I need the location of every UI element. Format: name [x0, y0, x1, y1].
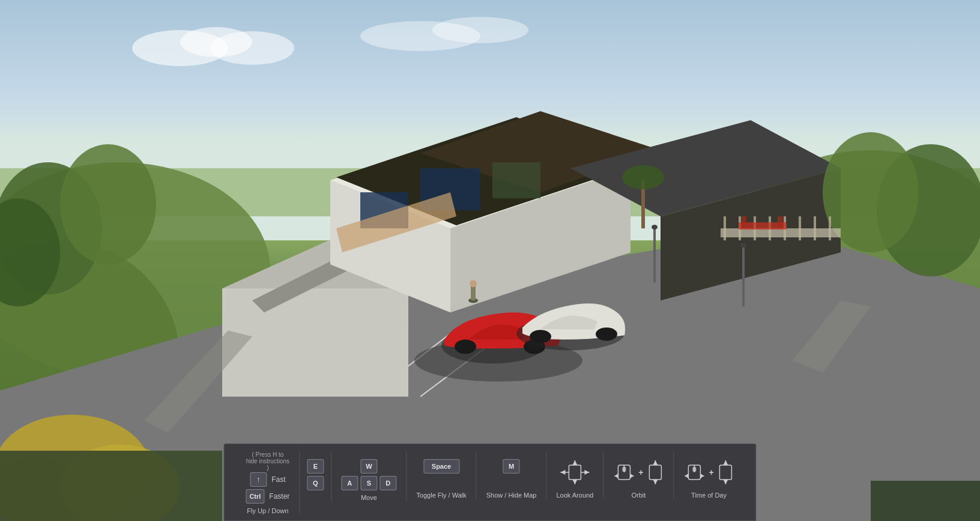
toggle-label: Toggle Fly / Walk [416, 492, 466, 499]
svg-point-63 [432, 17, 528, 43]
map-label: Show / Hide Map [486, 492, 537, 499]
key-space[interactable]: Space [423, 459, 459, 474]
svg-point-61 [210, 31, 294, 65]
svg-point-30 [455, 340, 476, 354]
svg-rect-56 [829, 216, 831, 240]
svg-rect-55 [814, 216, 816, 240]
hud-section-eq: x E Q x [300, 451, 331, 501]
svg-rect-26 [742, 246, 745, 306]
svg-point-33 [530, 330, 551, 343]
move-keys-top: W [360, 459, 377, 474]
svg-point-47 [622, 165, 664, 189]
svg-rect-69 [569, 465, 581, 480]
hud-section-map: x M Show / Hide Map [477, 451, 547, 499]
key-d[interactable]: D [380, 476, 396, 490]
fast-label: Fast [271, 475, 285, 484]
svg-point-34 [596, 328, 617, 341]
hud-hint-text: ( Press H to hide instructions ) [246, 451, 289, 471]
hud-section-look: x Look Around [546, 451, 603, 499]
svg-rect-54 [799, 216, 801, 240]
time-arrow-icon [718, 459, 734, 486]
svg-rect-23 [492, 162, 540, 198]
svg-rect-97 [720, 465, 732, 480]
svg-point-37 [470, 280, 477, 287]
key-up-arrow[interactable]: ↑ [250, 472, 267, 487]
orbit-mouse-icon [613, 459, 635, 486]
svg-rect-92 [692, 467, 696, 472]
svg-rect-85 [649, 465, 661, 480]
orbit-arrow-icon [647, 459, 664, 486]
hud-panel: ( Press H to hide instructions ) ↑ Fast … [223, 443, 756, 521]
time-plus: + [709, 468, 713, 477]
faster-label: Faster [269, 492, 289, 501]
svg-point-28 [740, 243, 746, 248]
fly-keys-row-2: Ctrl Faster [246, 489, 289, 504]
look-around-label: Look Around [556, 492, 593, 499]
svg-rect-65 [742, 216, 746, 228]
key-s[interactable]: S [360, 476, 377, 490]
svg-rect-67 [0, 451, 222, 521]
look-around-icon [559, 459, 590, 486]
key-ctrl[interactable]: Ctrl [246, 489, 264, 504]
svg-rect-49 [724, 216, 726, 240]
key-w[interactable]: W [360, 459, 377, 474]
key-e[interactable]: E [307, 459, 324, 474]
svg-rect-80 [622, 467, 626, 472]
scene-background [0, 0, 980, 521]
hud-section-fly-updown: ( Press H to hide instructions ) ↑ Fast … [236, 451, 300, 514]
svg-rect-25 [653, 228, 656, 282]
hud-section-toggle: x Space Toggle Fly / Walk [407, 451, 476, 499]
eq-keys-row-2: Q [307, 476, 324, 490]
map-keys-row: M [503, 459, 520, 474]
orbit-label: Orbit [631, 492, 646, 499]
move-label: Move [361, 494, 377, 501]
svg-point-27 [652, 225, 658, 230]
orbit-plus: + [638, 468, 643, 477]
toggle-keys-row: Space [423, 459, 459, 474]
svg-rect-68 [871, 481, 980, 521]
hud-section-time: x + Time of Day [674, 451, 743, 499]
hud-section-orbit: x + [603, 451, 674, 499]
time-of-day-label: Time of Day [691, 492, 727, 499]
time-mouse-icon [683, 459, 705, 486]
key-q[interactable]: Q [307, 476, 324, 490]
scene-svg [0, 0, 980, 521]
fly-updown-label: Fly Up / Down [247, 507, 288, 514]
eq-keys-row-1: E [307, 459, 324, 474]
svg-rect-66 [778, 216, 782, 228]
hud-section-move: x W A S D Move [331, 451, 407, 501]
move-keys-bottom: A S D [341, 476, 396, 490]
key-a[interactable]: A [341, 476, 358, 490]
key-m[interactable]: M [503, 459, 520, 474]
svg-point-39 [60, 144, 156, 264]
svg-rect-36 [471, 285, 476, 300]
svg-marker-12 [222, 288, 408, 397]
fly-keys-row-1: ↑ Fast [250, 472, 285, 487]
